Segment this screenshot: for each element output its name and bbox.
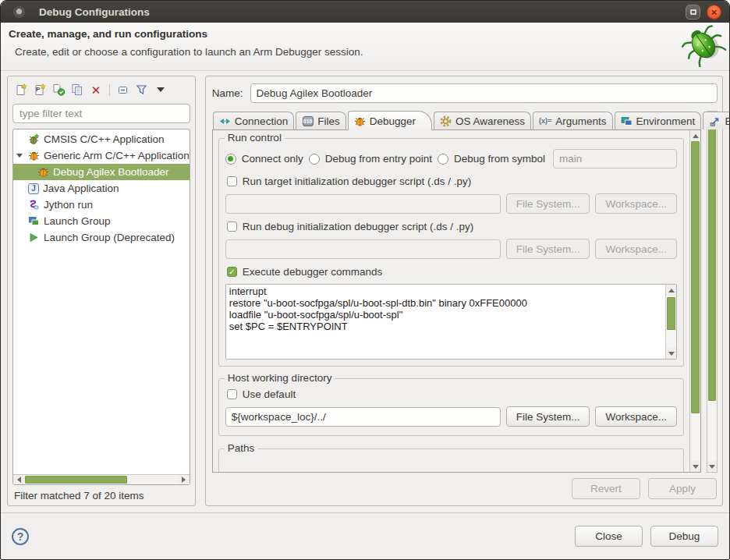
banner-title: Create, manage, and run configurations	[9, 28, 721, 40]
tab-environment[interactable]: Environment	[615, 112, 702, 129]
collapse-all-icon[interactable]	[116, 83, 130, 97]
working-directory-file-system-button[interactable]: File System...	[506, 406, 590, 427]
apply-button[interactable]: Apply	[648, 478, 717, 499]
bug-orange-icon	[28, 150, 40, 161]
close-icon: ×	[711, 7, 718, 17]
help-button[interactable]: ?	[12, 528, 29, 545]
scroll-down-icon[interactable]	[690, 461, 700, 472]
prototype-letter: P	[36, 87, 40, 93]
filter-status: Filter matched 7 of 20 items	[12, 485, 190, 502]
working-directory-input[interactable]	[225, 407, 501, 427]
commands-scrollbar[interactable]	[665, 285, 676, 359]
debugger-commands-textarea[interactable]: interrupt restore "u-boot-socfpga/spl/u-…	[226, 285, 665, 359]
tab-connection[interactable]: Connection	[213, 112, 294, 129]
help-icon: ?	[17, 530, 24, 543]
tab-files[interactable]: 010 Files	[296, 112, 346, 129]
environment-icon	[621, 115, 633, 127]
run-control-group-label: Run control	[225, 132, 285, 144]
tree-item-label: Java Application	[43, 183, 119, 194]
tree-item-debug-agilex-bootloader[interactable]: Debug Agilex Bootloader	[13, 164, 190, 180]
duplicate-icon[interactable]	[70, 83, 84, 97]
target-init-workspace-button[interactable]: Workspace...	[595, 193, 677, 214]
scroll-left-icon[interactable]	[13, 475, 24, 484]
target-init-file-system-button[interactable]: File System...	[506, 193, 590, 214]
debug-init-workspace-button[interactable]: Workspace...	[595, 239, 677, 259]
use-default-label: Use default	[243, 388, 296, 400]
tab-label: Debugger	[370, 115, 416, 127]
execute-commands-label: Execute debugger commands	[243, 266, 382, 278]
scroll-up-icon[interactable]	[666, 285, 676, 296]
target-init-checkbox[interactable]	[227, 176, 237, 186]
tree-item-launch-group-deprecated[interactable]: Launch Group (Deprecated)	[13, 229, 190, 246]
tree-item-java-application[interactable]: J Java Application	[13, 180, 190, 197]
debug-init-checkbox[interactable]	[227, 222, 237, 232]
tab-export[interactable]: Export	[703, 112, 730, 129]
close-window-button[interactable]: ×	[707, 5, 721, 19]
sidebar-toolbar: P ✕	[12, 80, 190, 99]
configurations-sidebar: P ✕	[7, 76, 196, 506]
close-button[interactable]: Close	[575, 526, 643, 547]
scroll-track[interactable]	[24, 475, 179, 484]
execute-commands-checkbox[interactable]: ✓	[227, 267, 237, 277]
editor-scrollbar[interactable]	[707, 111, 718, 473]
tab-label: Arguments	[555, 115, 606, 127]
debug-init-label: Run debug initialization debugger script…	[243, 221, 473, 232]
scroll-thumb[interactable]	[691, 141, 700, 413]
titlebar[interactable]: Debug Configurations ×	[1, 1, 729, 23]
revert-button[interactable]: Revert	[572, 478, 640, 499]
tree-item-cmsis-application[interactable]: CMSIS C/C++ Application	[13, 131, 190, 147]
connect-only-radio[interactable]	[225, 154, 236, 165]
delete-configuration-icon[interactable]: ✕	[89, 83, 103, 97]
working-directory-workspace-button[interactable]: Workspace...	[595, 406, 677, 427]
tree-horizontal-scrollbar[interactable]	[13, 474, 190, 484]
launch-group-icon	[28, 215, 40, 227]
expand-arrow-icon[interactable]	[16, 154, 23, 158]
scroll-up-icon[interactable]	[690, 130, 700, 141]
new-prototype-icon[interactable]: P	[33, 83, 47, 97]
tree-item-launch-group[interactable]: Launch Group	[13, 213, 190, 229]
use-default-checkbox[interactable]	[227, 389, 237, 399]
gear-icon	[440, 115, 452, 127]
banner-subtitle: Create, edit or choose a configuration t…	[15, 46, 721, 58]
debug-init-file-system-button[interactable]: File System...	[506, 239, 590, 259]
name-label: Name:	[212, 87, 243, 99]
filter-icon[interactable]	[135, 83, 149, 97]
toolbar-separator	[109, 84, 110, 96]
dialog-footer: ? Close Debug	[1, 512, 729, 559]
scroll-thumb[interactable]	[667, 297, 675, 330]
debug-configurations-dialog: Debug Configurations × Create, manage, a…	[0, 0, 730, 560]
export-configuration-icon[interactable]	[51, 83, 66, 97]
debug-init-check-row: Run debug initialization debugger script…	[227, 221, 677, 232]
host-working-directory-group: Host working directory Use default File …	[218, 378, 684, 436]
view-menu-dropdown-icon[interactable]	[154, 83, 168, 97]
tab-content-scrollbar[interactable]	[689, 130, 700, 472]
maximize-icon	[690, 9, 696, 15]
tree-item-jython-run[interactable]: Jython run	[13, 197, 190, 213]
tree-item-label: Jython run	[44, 199, 93, 211]
tab-arguments[interactable]: (x)= Arguments	[533, 112, 613, 129]
symbol-input[interactable]	[553, 149, 677, 168]
jython-icon	[28, 199, 40, 211]
debugger-bug-icon	[354, 115, 366, 127]
play-icon	[28, 232, 40, 243]
debug-init-script-input[interactable]	[225, 239, 501, 259]
connect-only-label: Connect only	[242, 153, 303, 165]
new-configuration-icon[interactable]	[14, 83, 28, 97]
scroll-down-icon[interactable]	[707, 461, 717, 472]
name-input[interactable]	[250, 83, 718, 103]
apply-row: Revert Apply	[212, 473, 718, 501]
tree-item-generic-arm-application[interactable]: Generic Arm C/C++ Application	[13, 147, 190, 164]
target-init-script-input[interactable]	[225, 194, 501, 214]
debug-from-entry-point-radio[interactable]	[309, 154, 320, 165]
scroll-right-icon[interactable]	[179, 475, 190, 484]
scroll-thumb[interactable]	[25, 476, 127, 484]
scroll-thumb[interactable]	[708, 123, 716, 401]
debug-button[interactable]: Debug	[650, 526, 718, 547]
run-mode-radio-row: Connect only Debug from entry point Debu…	[225, 149, 677, 168]
tab-os-awareness[interactable]: OS Awareness	[434, 112, 531, 129]
tab-debugger[interactable]: Debugger	[348, 111, 432, 130]
filter-input[interactable]	[12, 104, 190, 123]
debug-from-symbol-radio[interactable]	[438, 154, 448, 165]
scroll-down-icon[interactable]	[666, 348, 676, 359]
maximize-button[interactable]	[686, 5, 700, 19]
